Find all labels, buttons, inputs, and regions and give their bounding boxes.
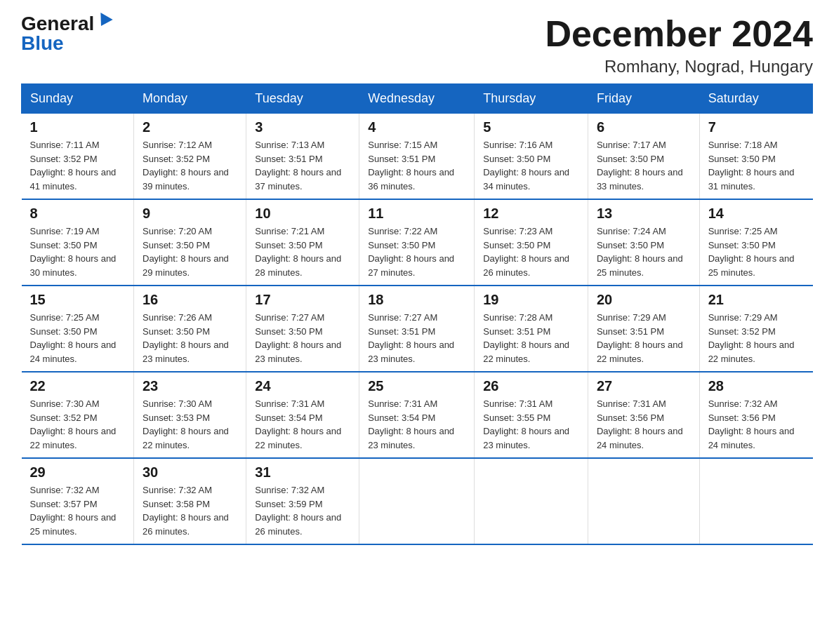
page-header: General Blue December 2024 Romhany, Nogr…	[21, 14, 813, 76]
weekday-header-row: Sunday Monday Tuesday Wednesday Thursday…	[22, 84, 813, 114]
day-info: Sunrise: 7:16 AMSunset: 3:50 PMDaylight:…	[483, 138, 579, 193]
header-monday: Monday	[134, 84, 246, 114]
logo: General Blue	[21, 14, 111, 53]
calendar-day-cell: 20Sunrise: 7:29 AMSunset: 3:51 PMDayligh…	[588, 286, 699, 372]
day-info: Sunrise: 7:18 AMSunset: 3:50 PMDaylight:…	[708, 138, 805, 193]
calendar-week-row: 1Sunrise: 7:11 AMSunset: 3:52 PMDaylight…	[22, 114, 813, 200]
calendar-day-cell: 30Sunrise: 7:32 AMSunset: 3:58 PMDayligh…	[134, 458, 246, 544]
day-number: 3	[255, 119, 350, 135]
day-number: 2	[143, 119, 237, 135]
calendar-week-row: 8Sunrise: 7:19 AMSunset: 3:50 PMDaylight…	[22, 199, 813, 286]
day-number: 31	[255, 464, 350, 481]
day-number: 26	[483, 378, 579, 394]
day-number: 12	[483, 206, 579, 222]
calendar-day-cell: 9Sunrise: 7:20 AMSunset: 3:50 PMDaylight…	[134, 199, 246, 286]
day-number: 20	[597, 292, 691, 308]
day-number: 27	[597, 378, 691, 394]
calendar-day-cell: 23Sunrise: 7:30 AMSunset: 3:53 PMDayligh…	[134, 372, 246, 458]
calendar-day-cell: 5Sunrise: 7:16 AMSunset: 3:50 PMDaylight…	[475, 114, 588, 200]
header-wednesday: Wednesday	[359, 84, 475, 114]
day-info: Sunrise: 7:31 AMSunset: 3:54 PMDaylight:…	[255, 397, 350, 452]
day-number: 17	[255, 292, 350, 308]
day-info: Sunrise: 7:19 AMSunset: 3:50 PMDaylight:…	[30, 224, 126, 279]
day-info: Sunrise: 7:31 AMSunset: 3:55 PMDaylight:…	[483, 397, 579, 452]
day-info: Sunrise: 7:32 AMSunset: 3:57 PMDaylight:…	[30, 483, 126, 538]
calendar-day-cell: 18Sunrise: 7:27 AMSunset: 3:51 PMDayligh…	[359, 286, 475, 372]
day-number: 16	[143, 292, 237, 308]
day-info: Sunrise: 7:25 AMSunset: 3:50 PMDaylight:…	[708, 224, 805, 279]
day-info: Sunrise: 7:29 AMSunset: 3:51 PMDaylight:…	[597, 311, 691, 365]
day-number: 11	[368, 206, 465, 222]
day-number: 10	[255, 206, 350, 222]
day-number: 8	[30, 206, 126, 222]
day-number: 5	[483, 119, 579, 135]
calendar-day-cell: 27Sunrise: 7:31 AMSunset: 3:56 PMDayligh…	[588, 372, 699, 458]
calendar-week-row: 22Sunrise: 7:30 AMSunset: 3:52 PMDayligh…	[22, 372, 813, 458]
logo-general-text: General	[21, 14, 94, 34]
day-number: 15	[30, 292, 126, 308]
calendar-week-row: 29Sunrise: 7:32 AMSunset: 3:57 PMDayligh…	[22, 458, 813, 544]
calendar-day-cell: 11Sunrise: 7:22 AMSunset: 3:50 PMDayligh…	[359, 199, 475, 286]
day-info: Sunrise: 7:25 AMSunset: 3:50 PMDaylight:…	[30, 311, 126, 365]
calendar-day-cell: 13Sunrise: 7:24 AMSunset: 3:50 PMDayligh…	[588, 199, 699, 286]
logo-triangle-icon	[95, 13, 113, 29]
calendar-day-cell: 2Sunrise: 7:12 AMSunset: 3:52 PMDaylight…	[134, 114, 246, 200]
calendar-day-cell: 26Sunrise: 7:31 AMSunset: 3:55 PMDayligh…	[475, 372, 588, 458]
calendar-day-cell: 15Sunrise: 7:25 AMSunset: 3:50 PMDayligh…	[22, 286, 134, 372]
calendar-day-cell: 10Sunrise: 7:21 AMSunset: 3:50 PMDayligh…	[246, 199, 359, 286]
calendar-day-cell	[699, 458, 812, 544]
day-info: Sunrise: 7:11 AMSunset: 3:52 PMDaylight:…	[30, 138, 126, 193]
header-saturday: Saturday	[699, 84, 812, 114]
day-info: Sunrise: 7:15 AMSunset: 3:51 PMDaylight:…	[368, 138, 465, 193]
calendar-day-cell: 25Sunrise: 7:31 AMSunset: 3:54 PMDayligh…	[359, 372, 475, 458]
day-info: Sunrise: 7:17 AMSunset: 3:50 PMDaylight:…	[597, 138, 691, 193]
day-info: Sunrise: 7:31 AMSunset: 3:56 PMDaylight:…	[597, 397, 691, 452]
title-area: December 2024 Romhany, Nograd, Hungary	[545, 14, 813, 76]
day-number: 13	[597, 206, 691, 222]
day-number: 6	[597, 119, 691, 135]
location-title: Romhany, Nograd, Hungary	[545, 57, 813, 76]
day-number: 21	[708, 292, 805, 308]
day-info: Sunrise: 7:22 AMSunset: 3:50 PMDaylight:…	[368, 224, 465, 279]
header-thursday: Thursday	[475, 84, 588, 114]
day-info: Sunrise: 7:24 AMSunset: 3:50 PMDaylight:…	[597, 224, 691, 279]
day-number: 7	[708, 119, 805, 135]
day-number: 19	[483, 292, 579, 308]
day-number: 18	[368, 292, 465, 308]
day-info: Sunrise: 7:20 AMSunset: 3:50 PMDaylight:…	[143, 224, 237, 279]
calendar-day-cell: 22Sunrise: 7:30 AMSunset: 3:52 PMDayligh…	[22, 372, 134, 458]
calendar-day-cell: 29Sunrise: 7:32 AMSunset: 3:57 PMDayligh…	[22, 458, 134, 544]
calendar-day-cell: 31Sunrise: 7:32 AMSunset: 3:59 PMDayligh…	[246, 458, 359, 544]
day-info: Sunrise: 7:31 AMSunset: 3:54 PMDaylight:…	[368, 397, 465, 452]
calendar-day-cell: 17Sunrise: 7:27 AMSunset: 3:50 PMDayligh…	[246, 286, 359, 372]
header-tuesday: Tuesday	[246, 84, 359, 114]
month-title: December 2024	[545, 14, 813, 54]
day-number: 28	[708, 378, 805, 394]
day-info: Sunrise: 7:30 AMSunset: 3:53 PMDaylight:…	[143, 397, 237, 452]
day-number: 9	[143, 206, 237, 222]
day-number: 24	[255, 378, 350, 394]
header-sunday: Sunday	[22, 84, 134, 114]
day-info: Sunrise: 7:30 AMSunset: 3:52 PMDaylight:…	[30, 397, 126, 452]
calendar-day-cell	[359, 458, 475, 544]
day-info: Sunrise: 7:13 AMSunset: 3:51 PMDaylight:…	[255, 138, 350, 193]
day-number: 1	[30, 119, 126, 135]
calendar-day-cell: 7Sunrise: 7:18 AMSunset: 3:50 PMDaylight…	[699, 114, 812, 200]
day-number: 14	[708, 206, 805, 222]
calendar-day-cell: 3Sunrise: 7:13 AMSunset: 3:51 PMDaylight…	[246, 114, 359, 200]
day-info: Sunrise: 7:12 AMSunset: 3:52 PMDaylight:…	[143, 138, 237, 193]
calendar-day-cell: 14Sunrise: 7:25 AMSunset: 3:50 PMDayligh…	[699, 199, 812, 286]
day-number: 4	[368, 119, 465, 135]
calendar-day-cell: 16Sunrise: 7:26 AMSunset: 3:50 PMDayligh…	[134, 286, 246, 372]
calendar-day-cell: 8Sunrise: 7:19 AMSunset: 3:50 PMDaylight…	[22, 199, 134, 286]
calendar-day-cell: 19Sunrise: 7:28 AMSunset: 3:51 PMDayligh…	[475, 286, 588, 372]
day-info: Sunrise: 7:26 AMSunset: 3:50 PMDaylight:…	[143, 311, 237, 365]
calendar-day-cell: 1Sunrise: 7:11 AMSunset: 3:52 PMDaylight…	[22, 114, 134, 200]
calendar-day-cell: 6Sunrise: 7:17 AMSunset: 3:50 PMDaylight…	[588, 114, 699, 200]
calendar-day-cell	[475, 458, 588, 544]
calendar-header: Sunday Monday Tuesday Wednesday Thursday…	[22, 84, 813, 114]
calendar-day-cell: 12Sunrise: 7:23 AMSunset: 3:50 PMDayligh…	[475, 199, 588, 286]
calendar-day-cell: 24Sunrise: 7:31 AMSunset: 3:54 PMDayligh…	[246, 372, 359, 458]
day-info: Sunrise: 7:29 AMSunset: 3:52 PMDaylight:…	[708, 311, 805, 365]
day-number: 30	[143, 464, 237, 481]
